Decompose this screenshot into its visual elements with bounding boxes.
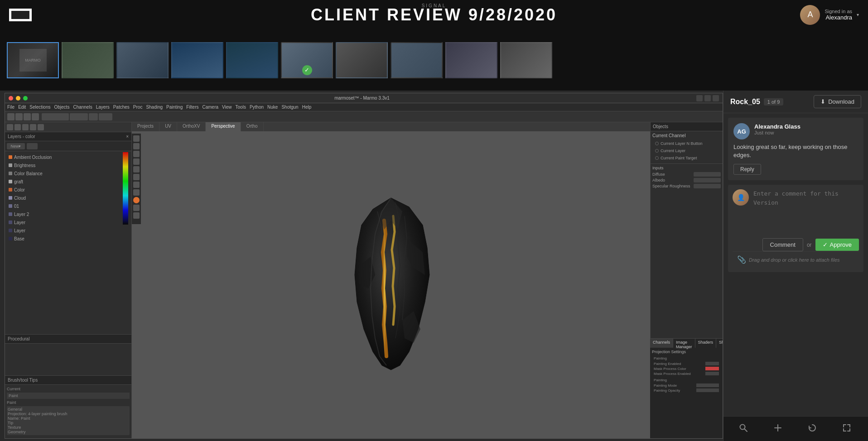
layer-item[interactable]: Ambient Occlusion — [7, 153, 130, 161]
shaders-tab[interactable]: Shaders — [695, 339, 717, 348]
layer-item[interactable]: Layer 2 — [7, 210, 130, 218]
close-button[interactable] — [9, 96, 13, 101]
tool-button[interactable] — [133, 158, 140, 165]
thumbnail-item[interactable] — [500, 42, 552, 78]
toolbar-button[interactable] — [14, 124, 21, 130]
download-button[interactable]: ⬇ Download — [814, 95, 861, 108]
tab-ortho[interactable]: Ortho — [241, 122, 264, 131]
approve-button[interactable]: ✓ Approve — [815, 239, 859, 251]
channel-radio[interactable] — [655, 142, 659, 145]
channel-item[interactable]: Current Layer — [652, 147, 721, 154]
thumbnail-item[interactable] — [62, 42, 114, 78]
layer-item[interactable]: graft — [7, 177, 130, 186]
menu-item-painting[interactable]: Painting — [166, 105, 183, 110]
minimize-button[interactable] — [16, 96, 20, 101]
toolbar-button[interactable] — [30, 124, 36, 130]
tool-button[interactable] — [133, 151, 140, 157]
channel-radio[interactable] — [655, 149, 659, 153]
proj-dropdown[interactable] — [696, 383, 719, 387]
toolbar-button[interactable] — [22, 124, 29, 130]
maximize-button[interactable] — [23, 96, 28, 101]
input-slider[interactable] — [694, 172, 721, 177]
comment-submit-button[interactable]: Comment — [762, 238, 803, 251]
thumbnail-item[interactable] — [391, 42, 443, 78]
tab-orthoxv[interactable]: OrthoXV — [177, 122, 206, 131]
toolbar-button[interactable] — [7, 113, 14, 120]
thumbnail-item[interactable] — [336, 42, 388, 78]
channel-item[interactable]: Current Paint Target — [652, 154, 721, 162]
tool-button[interactable] — [133, 212, 140, 219]
tab-uv[interactable]: UV — [159, 122, 177, 131]
image-manager-tab[interactable]: Image Manager — [673, 339, 695, 348]
menu-item-tools[interactable]: Tools — [236, 105, 246, 110]
window-control[interactable] — [713, 95, 719, 101]
menu-item-camera[interactable]: Camera — [202, 105, 218, 110]
layer-item[interactable]: Base — [7, 235, 130, 243]
thumbnail-item[interactable] — [445, 42, 497, 78]
thumbnail-item[interactable] — [116, 42, 169, 78]
panel-collapse-icon[interactable]: × — [126, 134, 129, 139]
menu-item-layers[interactable]: Layers — [96, 105, 110, 110]
channel-item[interactable]: Current Layer N Button — [652, 140, 721, 147]
proj-toggle[interactable] — [705, 362, 719, 365]
menu-item-nuke[interactable]: Nuke — [267, 105, 278, 110]
toolbar-button[interactable] — [32, 113, 39, 120]
layer-item[interactable]: Brightness — [7, 161, 130, 169]
menu-item-proc[interactable]: Proc — [133, 105, 143, 110]
reply-button[interactable]: Reply — [733, 164, 761, 175]
user-area[interactable]: A Signed in as Alexandra ▾ — [800, 5, 859, 25]
tab-projects[interactable]: Projects — [132, 122, 159, 131]
mode-selector[interactable] — [42, 113, 69, 120]
menu-item-selections[interactable]: Selections — [29, 105, 50, 110]
layer-item[interactable]: Layer — [7, 226, 130, 235]
toolbar-button[interactable] — [15, 113, 23, 120]
thumbnail-item[interactable] — [171, 42, 223, 78]
tool-button[interactable] — [133, 174, 140, 180]
proj-toggle[interactable] — [705, 372, 719, 375]
menu-item-view[interactable]: View — [222, 105, 232, 110]
tool-button[interactable] — [133, 182, 140, 188]
window-control[interactable] — [696, 95, 703, 101]
tool-button[interactable] — [133, 205, 140, 211]
fullscreen-icon[interactable] — [839, 420, 855, 438]
toolbar-button[interactable] — [7, 124, 13, 130]
tool-button[interactable] — [133, 135, 140, 142]
window-control[interactable] — [704, 95, 711, 101]
channel-radio[interactable] — [655, 156, 659, 160]
layer-dropdown[interactable]: New▾ — [7, 143, 25, 149]
search-icon[interactable] — [735, 420, 752, 438]
toolbar-button[interactable] — [24, 113, 31, 120]
menu-item-shotgun[interactable]: Shotgun — [281, 105, 298, 110]
tab-perspective[interactable]: Perspective — [206, 122, 241, 131]
menu-item-filters[interactable]: Filters — [186, 105, 198, 110]
channels-tab[interactable]: Channels — [650, 339, 673, 348]
menu-item-shading[interactable]: Shading — [146, 105, 163, 110]
thumbnail-item[interactable] — [226, 42, 278, 78]
layer-item[interactable]: Color Balance — [7, 169, 130, 177]
mode-input[interactable] — [99, 113, 112, 120]
layer-item[interactable]: Color — [7, 186, 130, 194]
tool-button[interactable] — [133, 189, 140, 196]
mode-input[interactable] — [89, 113, 98, 120]
menu-item-python[interactable]: Python — [250, 105, 264, 110]
layer-add-btn[interactable] — [27, 143, 38, 149]
shelf-tab[interactable]: Shelf — [716, 339, 723, 348]
thumbnail-item[interactable]: MARMO — [7, 42, 59, 78]
comment-input[interactable] — [753, 189, 859, 235]
menu-item-edit[interactable]: Edit — [18, 105, 26, 110]
menu-item-objects[interactable]: Objects — [54, 105, 70, 110]
input-slider[interactable] — [694, 184, 721, 188]
proj-slider[interactable] — [696, 388, 719, 392]
mode-selector[interactable] — [70, 113, 88, 120]
layer-item[interactable]: 01 — [7, 202, 130, 210]
layer-item[interactable]: Layer — [7, 218, 130, 226]
menu-item-help[interactable]: Help — [302, 105, 312, 110]
input-slider[interactable] — [694, 178, 721, 182]
tool-button[interactable] — [133, 143, 140, 149]
menu-item-file[interactable]: File — [7, 105, 14, 110]
menu-item-channels[interactable]: Channels — [73, 105, 92, 110]
layer-item[interactable]: Cloud — [7, 194, 130, 202]
refresh-icon[interactable] — [804, 420, 820, 438]
proj-color[interactable] — [705, 367, 719, 370]
plus-icon[interactable] — [770, 420, 786, 438]
